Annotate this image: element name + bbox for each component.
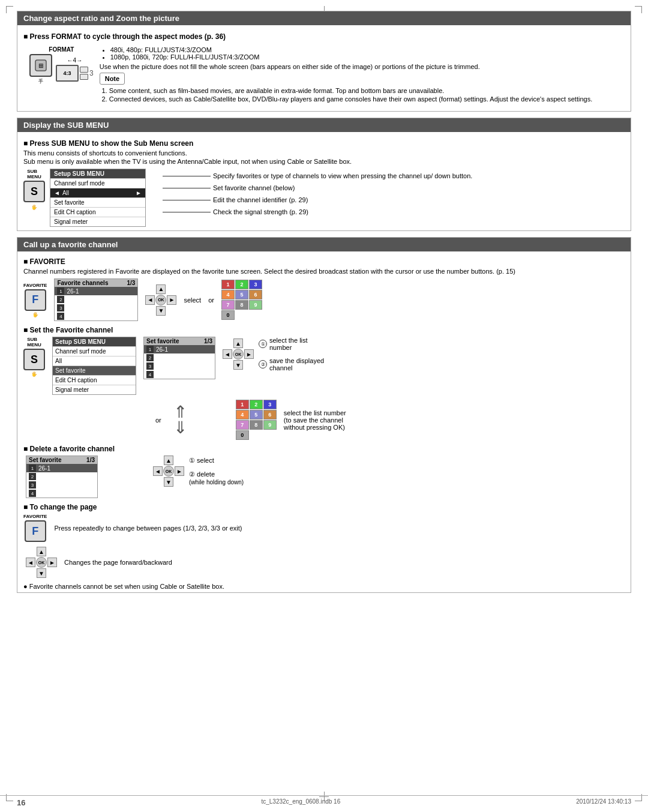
set-fav-dpad-left[interactable]: ◄ xyxy=(223,349,232,359)
dpad-right[interactable]: ► xyxy=(167,295,176,305)
set-fav-num-4: 4 xyxy=(146,371,154,378)
num-7[interactable]: 7 xyxy=(221,300,235,310)
dpad-up[interactable]: ▲ xyxy=(156,284,166,294)
fav-remote-hand: 🖐 xyxy=(32,312,38,317)
set-fav-step-2: ② save the displayedchannel xyxy=(259,357,324,371)
set-fav-screen-row-2: 2 xyxy=(144,353,215,362)
set-fav-dpad-ok[interactable]: OK xyxy=(233,349,244,359)
delete-dpad-right[interactable]: ► xyxy=(175,466,184,476)
set-fav-step-2-text: save the displayedchannel xyxy=(269,357,324,371)
delete-num-2: 2 xyxy=(29,473,36,480)
num-8[interactable]: 8 xyxy=(235,300,248,310)
num-6[interactable]: 6 xyxy=(249,290,262,299)
num2-4[interactable]: 4 xyxy=(236,410,249,420)
set-fav-remote-btn: S xyxy=(23,349,45,370)
set-fav-dpad-down[interactable]: ▼ xyxy=(233,360,243,370)
change-page-row-2: ▲ ▼ ◄ ► OK Changes the page forward/back… xyxy=(23,547,625,578)
delete-dpad-ok[interactable]: OK xyxy=(163,466,174,477)
delete-dpad-down[interactable]: ▼ xyxy=(164,477,173,487)
menu-row-editcaption: Edit CH caption xyxy=(50,207,145,217)
set-fav-row: SUBMENU S 🖐 Setup SUB MENU Channel surf … xyxy=(23,337,625,395)
set-fav-hand: 🖐 xyxy=(31,371,37,377)
select-label: select xyxy=(184,296,201,304)
set-fav-screen-row-3: 3 xyxy=(144,362,215,370)
set-fav-remote-col: SUBMENU S 🖐 xyxy=(23,337,45,377)
change-dpad-down[interactable]: ▼ xyxy=(37,568,46,578)
num-4[interactable]: 4 xyxy=(221,290,235,299)
num-9[interactable]: 9 xyxy=(249,300,262,310)
num-0[interactable]: 0 xyxy=(221,310,235,320)
delete-dpad-up[interactable]: ▲ xyxy=(164,456,173,465)
num2-1[interactable]: 1 xyxy=(236,400,249,409)
num2-9[interactable]: 9 xyxy=(263,420,277,430)
submenu-desc1: This menu consists of shortcuts to conve… xyxy=(23,149,625,157)
num2-7[interactable]: 7 xyxy=(236,420,249,430)
num2-6[interactable]: 6 xyxy=(263,410,277,420)
delete-row-1: 1 26-1 xyxy=(26,464,97,472)
note-box: Note xyxy=(100,73,125,85)
favorite-section: Call up a favorite channel ■ FAVORITE Ch… xyxy=(17,237,631,593)
fav-channel-screen: Favorite channels 1/3 1 26-1 2 3 xyxy=(54,278,138,321)
change-dpad-left[interactable]: ◄ xyxy=(26,558,35,567)
submenu-header: Display the SUB MENU xyxy=(17,118,631,132)
change-page-dpad: ▲ ▼ ◄ ► OK xyxy=(26,547,57,578)
change-dpad-up[interactable]: ▲ xyxy=(37,547,46,556)
delete-row-2: 2 xyxy=(26,472,97,481)
numpad2-note: select the list number(to save the chann… xyxy=(284,409,346,431)
num-5[interactable]: 5 xyxy=(235,290,248,299)
num-3[interactable]: 3 xyxy=(249,280,262,289)
page-footer: 16 tc_L3232c_eng_0608.indb 16 2010/12/24… xyxy=(0,795,648,807)
delete-step-2: ② delete(while holding down) xyxy=(189,471,244,486)
set-fav-row-edit: Edit CH caption xyxy=(53,375,136,385)
num-2[interactable]: 2 xyxy=(235,280,248,289)
num2-8[interactable]: 8 xyxy=(250,420,263,430)
dpad-fav: ▲ ▼ ◄ ► OK xyxy=(145,284,176,316)
set-fav-dpad-up[interactable]: ▲ xyxy=(233,338,243,348)
delete-steps: ① select ② delete(while holding down) xyxy=(189,457,244,486)
svg-text:⊞: ⊞ xyxy=(38,62,43,69)
num2-3[interactable]: 3 xyxy=(263,400,277,409)
set-fav-num-3: 3 xyxy=(146,362,154,370)
delete-dpad-left[interactable]: ◄ xyxy=(153,466,163,476)
set-fav-val-1: 26-1 xyxy=(156,346,168,353)
dpad-down[interactable]: ▼ xyxy=(156,306,166,316)
aspect-subsection: Press FORMAT to cycle through the aspect… xyxy=(23,32,625,41)
set-fav-screen-page: 1/3 xyxy=(204,338,212,344)
menu-desc-3: Edit the channel identifier (p. 29) xyxy=(163,196,625,203)
delete-fav-header: Set favorite 1/3 xyxy=(26,456,97,464)
menu-desc-2: Set favorite channel (below) xyxy=(163,184,625,191)
num2-2[interactable]: 2 xyxy=(250,400,263,409)
aspect-content: FORMAT ⊞ 手 xyxy=(23,43,625,107)
favorite-content: ■ FAVORITE Channel numbers registered in… xyxy=(17,255,631,592)
set-fav-step-1: ① select the listnumber xyxy=(259,337,324,351)
num2-0[interactable]: 0 xyxy=(236,430,249,440)
submenu-subsection: Press SUB MENU to show the Sub Menu scre… xyxy=(23,139,625,148)
note-1: Some content, such as film-based movies,… xyxy=(109,87,619,94)
fav-remote-btn: F xyxy=(25,289,46,311)
menu-row-setfav: Set favorite xyxy=(50,197,145,207)
set-fav-or-text: or xyxy=(155,417,161,424)
submenu-diagram: SUBMENU S 🖐 Setup SUB MENU Channel surf … xyxy=(23,169,158,227)
tv-screen-small-1 xyxy=(80,67,88,73)
change-page-row-1: FAVORITE F Press repeatedly to change be… xyxy=(23,514,625,542)
fav-ch-header: Favorite channels 1/3 xyxy=(55,279,137,287)
dpad-left[interactable]: ◄ xyxy=(145,295,155,305)
up-down-arrows: ⇑ ⇓ xyxy=(169,404,193,435)
change-page-desc: Press repeatedly to change between pages… xyxy=(54,525,242,532)
change-dpad-ok[interactable]: OK xyxy=(36,557,47,568)
fav-ch-row-4: 4 xyxy=(55,312,137,320)
menu-row-signal: Signal meter xyxy=(50,217,145,226)
format-diagram: FORMAT ⊞ 手 xyxy=(29,46,94,85)
numpad-2: 1 2 3 4 5 6 7 8 9 0 xyxy=(236,400,277,440)
set-fav-num-2: 2 xyxy=(146,354,154,361)
sub-remote-col: SUBMENU S 🖐 xyxy=(23,169,45,210)
num2-5[interactable]: 5 xyxy=(250,410,263,420)
num-1[interactable]: 1 xyxy=(221,280,235,289)
numpad-row4: 0 xyxy=(221,310,262,320)
change-page-title: ■ To change the page xyxy=(23,503,625,511)
change-dpad-right[interactable]: ► xyxy=(47,558,57,567)
set-fav-dpad-right[interactable]: ► xyxy=(244,349,254,359)
dpad-ok[interactable]: OK xyxy=(155,295,166,305)
page: Change aspect ratio and Zoom the picture… xyxy=(0,0,648,812)
menu-table-header: Setup SUB MENU xyxy=(50,169,145,178)
